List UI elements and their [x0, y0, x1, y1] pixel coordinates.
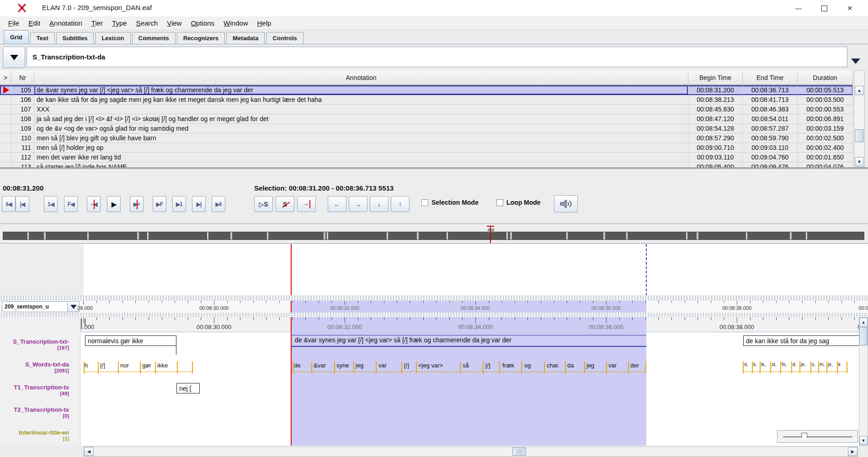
word-annotation[interactable]: fræk — [502, 362, 514, 369]
previous-annotation-button[interactable]: ← — [328, 196, 346, 212]
tier-label-1[interactable]: S_Transcription-txt- — [13, 338, 69, 345]
pixel-forward-button[interactable]: ▶+ — [130, 196, 144, 212]
word-annotation[interactable]: nor — [120, 362, 129, 369]
next-scrollview-button[interactable]: ▶| — [192, 196, 206, 212]
column-header-nr[interactable]: Nr — [11, 70, 34, 85]
scroll-left-button[interactable]: ◀ — [84, 447, 94, 456]
go-to-end-button[interactable]: ▶‖ — [212, 196, 225, 212]
scroll-down-button[interactable]: ▼ — [855, 157, 864, 166]
column-header-end-time[interactable]: End Time — [743, 70, 798, 85]
play-selection-button[interactable]: ▷S — [254, 196, 273, 212]
scroll-down-button[interactable]: ▼ — [859, 436, 868, 445]
clear-selection-button[interactable]: S — [276, 196, 294, 212]
menu-annotation[interactable]: Annotation — [45, 18, 87, 28]
menu-window[interactable]: Window — [219, 18, 252, 28]
word-annotation[interactable]: [/] — [404, 362, 409, 369]
tab-recognizers[interactable]: Recognizers — [177, 32, 225, 44]
scroll-right-button[interactable]: ▶ — [848, 447, 857, 456]
volume-toggle-button[interactable] — [554, 195, 578, 213]
density-position-thumb[interactable] — [488, 228, 494, 232]
menu-type[interactable]: Type — [107, 18, 132, 28]
scrollbar-thumb[interactable] — [855, 129, 864, 142]
annotation-unit[interactable]: nej [ — [176, 383, 200, 393]
menu-tier[interactable]: Tier — [87, 18, 107, 28]
word-annotation[interactable]: <jeg var> — [418, 362, 443, 369]
menu-view[interactable]: View — [162, 18, 186, 28]
tab-subtitles[interactable]: Subtitles — [56, 32, 94, 44]
word-annotation[interactable]: de — [294, 362, 300, 369]
play-pause-button[interactable]: ▶ — [107, 196, 121, 212]
word-annotation[interactable]: [/] — [485, 362, 490, 369]
previous-scrollview-button[interactable]: |◀ — [16, 196, 29, 212]
annotation-cell[interactable]: ja så sad jeg der i [/] <i> &f <i> [/] <… — [34, 114, 688, 123]
word-annotation[interactable]: gør — [142, 362, 151, 369]
table-row[interactable]: 108ja så sad jeg der i [/] <i> &f <i> [/… — [0, 114, 853, 124]
menu-search[interactable]: Search — [132, 18, 163, 28]
crosshair-to-selection-button[interactable]: → — [297, 196, 316, 212]
panel-divider-handle[interactable] — [81, 319, 85, 325]
word-annotation[interactable]: var — [378, 362, 387, 369]
timeline-viewer[interactable]: 28.00000:08:30.00000:08:32.00000:08:34.0… — [0, 317, 868, 446]
go-to-begin-button[interactable]: ‖◀ — [2, 196, 16, 212]
annotation-cell[interactable]: så starter jeg [/] inde hos NAME — [34, 162, 688, 167]
column-header->[interactable]: > — [0, 70, 11, 85]
word-annotation[interactable]: char. — [547, 362, 559, 369]
table-row[interactable]: 111men så [/] holder jeg op00:09:00.7100… — [0, 143, 853, 153]
word-annotation[interactable]: så — [463, 362, 469, 369]
word-annotation[interactable]: fo, — [782, 362, 787, 367]
selected-annotation-text[interactable]: de &var synes jeg var [/] <jeg var> så [… — [295, 336, 511, 344]
word-annotation[interactable]: [/] — [100, 362, 105, 369]
grid-collapse-dropdown-icon[interactable] — [851, 58, 860, 64]
annotation-unit[interactable]: normalevis gør ikke — [85, 335, 176, 346]
word-annotation[interactable]: d, — [744, 362, 748, 367]
word-annotation[interactable]: h — [85, 362, 88, 369]
grid-vertical-scrollbar[interactable]: ▲ ▼ — [854, 70, 865, 167]
annotation-down-button[interactable]: ↓ — [370, 196, 389, 212]
word-annotation[interactable]: je, — [801, 362, 806, 367]
second-backward-button[interactable]: 1◀ — [44, 196, 58, 212]
word-annotation[interactable]: k, — [753, 362, 757, 367]
annotation-cell[interactable]: men så [/] blev jeg gift og skulle have … — [34, 133, 688, 143]
menu-help[interactable]: Help — [252, 18, 276, 28]
word-annotation[interactable]: d, — [793, 362, 796, 367]
splitter-dotted-band[interactable] — [0, 313, 868, 317]
table-row[interactable]: 109og de &v <og de var> også glad for mi… — [0, 124, 853, 133]
annotation-cell[interactable]: XXX — [34, 105, 688, 114]
tier-label-4[interactable]: T2_Transcription-tx — [14, 406, 69, 413]
annotation-cell[interactable]: og de &v <og de var> også glad for mig s… — [34, 124, 688, 133]
second-forward-button[interactable]: ▶1 — [172, 196, 186, 212]
word-annotation[interactable]: ikke — [157, 362, 168, 369]
zoom-slider[interactable] — [777, 430, 858, 443]
word-annotation[interactable]: ik, — [761, 362, 766, 367]
grid-tier-selector[interactable]: S_Transcription-txt-da — [27, 47, 847, 67]
timeline-vertical-scrollbar[interactable]: ▲ ▼ — [859, 317, 868, 446]
scroll-up-button[interactable]: ▲ — [855, 86, 864, 95]
timeline-horizontal-scrollbar[interactable]: ◀ ▶ — [84, 446, 858, 457]
table-row[interactable]: 106de kan ikke stå for da jeg sagde men … — [0, 95, 853, 105]
frame-backward-button[interactable]: F◀ — [64, 196, 78, 212]
scroll-up-button[interactable]: ▲ — [859, 318, 868, 327]
word-annotation[interactable]: syne — [336, 362, 349, 369]
tab-grid[interactable]: Grid — [4, 30, 29, 44]
tier-label-3[interactable]: T1_Transcription-tx — [14, 384, 69, 391]
word-annotation[interactable]: der — [630, 362, 639, 369]
scrollbar-thumb[interactable] — [859, 327, 868, 345]
close-button[interactable]: ✕ — [837, 0, 863, 16]
timeseries-viewer[interactable] — [0, 243, 868, 295]
timeseries-track-selector[interactable]: 209_semispon_u — [2, 301, 80, 312]
splitter-dotted-band[interactable] — [0, 295, 868, 301]
tab-comments[interactable]: Comments — [132, 32, 176, 44]
column-header-duration[interactable]: Duration — [798, 70, 853, 85]
word-annotation[interactable]: s, — [812, 362, 815, 367]
annotation-up-button[interactable]: ↑ — [391, 196, 410, 212]
table-row[interactable]: 110men så [/] blev jeg gift og skulle ha… — [0, 133, 853, 143]
word-annotation[interactable]: var — [608, 362, 617, 369]
tier-list-button[interactable] — [3, 47, 25, 68]
word-annotation[interactable]: m, — [820, 362, 825, 367]
tab-metadata[interactable]: Metadata — [226, 32, 265, 44]
word-annotation[interactable]: &var — [314, 362, 326, 369]
annotation-cell[interactable]: de kan ikke stå for da jeg sagde men jeg… — [34, 95, 688, 104]
table-row[interactable]: 107XXX00:08:45.83000:08:46.38300:00:00.5… — [0, 105, 853, 114]
tab-lexicon[interactable]: Lexicon — [95, 32, 130, 44]
tier-label-2[interactable]: S_Words-txt-da — [25, 361, 69, 368]
